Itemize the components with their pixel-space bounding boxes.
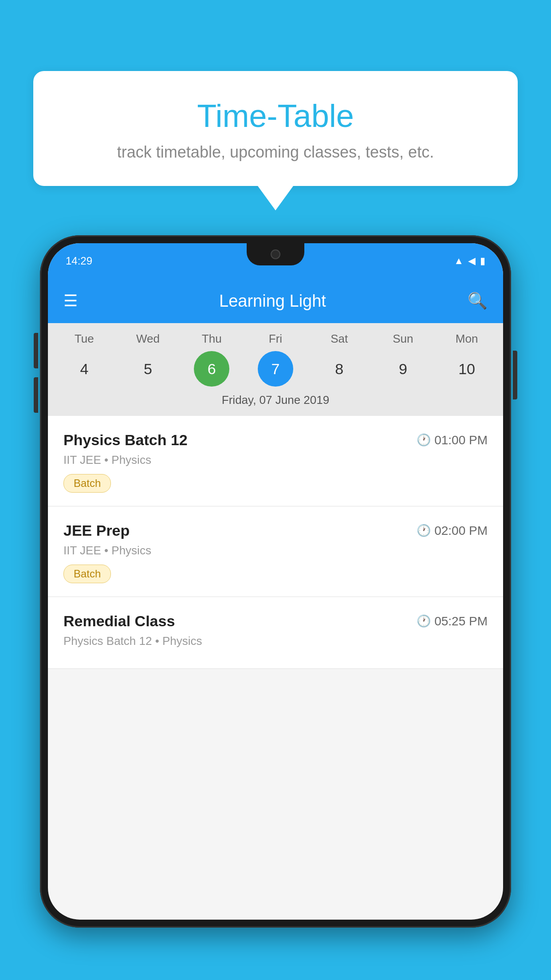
day-6-today[interactable]: 6	[194, 351, 229, 387]
speech-bubble-subtitle: track timetable, upcoming classes, tests…	[55, 143, 496, 162]
schedule-item-meta-2: IIT JEE • Physics	[63, 544, 488, 557]
schedule-item-time-3: 🕐 05:25 PM	[417, 614, 488, 628]
phone-frame: 14:29 ▲ ◀ ▮ ☰ Learning Light 🔍 Tue	[40, 235, 511, 928]
schedule-item-meta-3: Physics Batch 12 • Physics	[63, 634, 488, 648]
day-5[interactable]: 5	[130, 351, 166, 387]
app-title: Learning Light	[91, 292, 454, 311]
day-label-sat: Sat	[322, 332, 357, 346]
schedule-item-time-text-1: 01:00 PM	[434, 433, 488, 447]
day-label-tue: Tue	[67, 332, 102, 346]
status-bar: 14:29 ▲ ◀ ▮	[48, 243, 503, 279]
clock-icon-3: 🕐	[417, 614, 431, 628]
volume-up-button	[34, 333, 38, 368]
schedule-item-time-text-2: 02:00 PM	[434, 524, 488, 538]
schedule-item-header-3: Remedial Class 🕐 05:25 PM	[63, 612, 488, 630]
schedule-item-time-2: 🕐 02:00 PM	[417, 524, 488, 538]
power-button	[513, 351, 517, 399]
day-label-wed: Wed	[130, 332, 166, 346]
speech-bubble-card: Time-Table track timetable, upcoming cla…	[33, 71, 518, 186]
selected-date-label: Friday, 07 June 2019	[52, 393, 499, 411]
day-label-sun: Sun	[385, 332, 421, 346]
hamburger-icon[interactable]: ☰	[63, 293, 78, 309]
schedule-item-3[interactable]: Remedial Class 🕐 05:25 PM Physics Batch …	[48, 597, 503, 669]
clock-icon-1: 🕐	[417, 433, 431, 447]
day-9[interactable]: 9	[385, 351, 421, 387]
schedule-item-header-2: JEE Prep 🕐 02:00 PM	[63, 522, 488, 539]
day-headers: Tue Wed Thu Fri Sat Sun Mon	[52, 332, 499, 346]
schedule-item-2[interactable]: JEE Prep 🕐 02:00 PM IIT JEE • Physics Ba…	[48, 506, 503, 597]
day-7-selected[interactable]: 7	[258, 351, 293, 387]
day-label-thu: Thu	[194, 332, 229, 346]
schedule-item-meta-1: IIT JEE • Physics	[63, 453, 488, 467]
schedule-item-title-1: Physics Batch 12	[63, 431, 188, 449]
schedule-list: Physics Batch 12 🕐 01:00 PM IIT JEE • Ph…	[48, 416, 503, 669]
front-camera	[271, 249, 280, 259]
speech-bubble-tail	[258, 186, 293, 210]
status-time: 14:29	[66, 255, 92, 267]
speech-bubble-container: Time-Table track timetable, upcoming cla…	[33, 71, 518, 210]
schedule-item-title-2: JEE Prep	[63, 522, 130, 539]
volume-down-button	[34, 377, 38, 413]
schedule-item-time-1: 🕐 01:00 PM	[417, 433, 488, 447]
day-8[interactable]: 8	[322, 351, 357, 387]
day-4[interactable]: 4	[67, 351, 102, 387]
schedule-item-1[interactable]: Physics Batch 12 🕐 01:00 PM IIT JEE • Ph…	[48, 416, 503, 506]
calendar-strip: Tue Wed Thu Fri Sat Sun Mon 4 5 6 7 8 9 …	[48, 323, 503, 416]
status-icons: ▲ ◀ ▮	[454, 255, 485, 267]
speech-bubble-title: Time-Table	[55, 98, 496, 134]
schedule-item-header-1: Physics Batch 12 🕐 01:00 PM	[63, 431, 488, 449]
day-numbers: 4 5 6 7 8 9 10	[52, 351, 499, 387]
search-icon[interactable]: 🔍	[468, 292, 488, 310]
batch-badge-1: Batch	[63, 474, 111, 493]
day-label-mon: Mon	[449, 332, 484, 346]
wifi-icon: ▲	[454, 255, 464, 267]
phone-screen: 14:29 ▲ ◀ ▮ ☰ Learning Light 🔍 Tue	[48, 243, 503, 920]
phone-notch	[247, 243, 304, 265]
app-bar: ☰ Learning Light 🔍	[48, 279, 503, 323]
batch-badge-2: Batch	[63, 565, 111, 583]
clock-icon-2: 🕐	[417, 524, 431, 537]
schedule-item-title-3: Remedial Class	[63, 612, 175, 630]
day-label-fri: Fri	[258, 332, 293, 346]
schedule-item-time-text-3: 05:25 PM	[434, 614, 488, 628]
battery-icon: ▮	[480, 255, 485, 267]
day-10[interactable]: 10	[449, 351, 484, 387]
phone-wrapper: 14:29 ▲ ◀ ▮ ☰ Learning Light 🔍 Tue	[40, 235, 511, 980]
signal-icon: ◀	[468, 255, 476, 267]
